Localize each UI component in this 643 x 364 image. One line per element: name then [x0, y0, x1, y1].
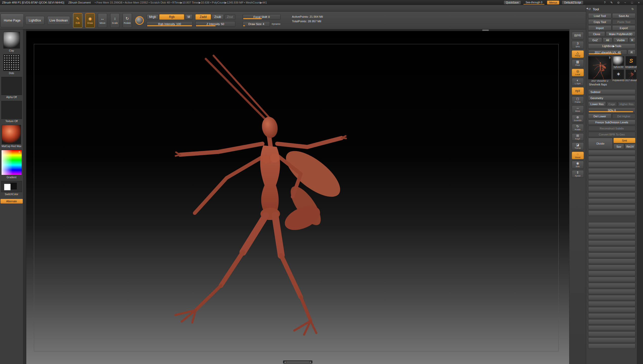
- canvas-bottom-scrollbar[interactable]: ◀ ▶: [283, 360, 312, 363]
- goz-visible-button[interactable]: Visible: [613, 37, 628, 43]
- subpalette-header[interactable]: [588, 228, 635, 234]
- right-shelf-button[interactable]: ↻ Rotate: [572, 124, 584, 132]
- mode-button[interactable]: ✎ Edit: [73, 13, 82, 28]
- right-shelf-button[interactable]: ◐ L.Sym: [572, 78, 584, 86]
- goz-button[interactable]: GoZ: [588, 37, 602, 43]
- subpalette-header[interactable]: [588, 295, 635, 300]
- divide-button[interactable]: Divide: [588, 138, 613, 149]
- see-through-slider[interactable]: See-through 0: [523, 1, 544, 5]
- load-tool-button[interactable]: Load Tool: [588, 13, 611, 18]
- subpalette-header[interactable]: [588, 174, 635, 179]
- texture-thumbnail[interactable]: [1, 101, 22, 119]
- menu-item[interactable]: [11, 8, 15, 9]
- subpalette-header[interactable]: [588, 150, 635, 155]
- home-page-button[interactable]: Home Page: [1, 14, 24, 27]
- mode-button[interactable]: ◉ Draw: [85, 13, 95, 28]
- switch-color-widget[interactable]: [1, 181, 22, 192]
- subpalette-header[interactable]: [588, 168, 635, 173]
- subpalette-header[interactable]: [588, 180, 635, 186]
- right-shelf-button[interactable]: ↔ Move: [572, 105, 584, 113]
- subpalette-header[interactable]: [588, 277, 635, 282]
- z-intensity-slider[interactable]: Z Intensity 50: [195, 21, 235, 27]
- palette-refresh-icon[interactable]: ↻: [631, 7, 635, 11]
- right-shelf-button[interactable]: ◪ Transp: [572, 142, 584, 150]
- subpalette-header[interactable]: [588, 234, 635, 240]
- active-tool-thumbnail[interactable]: 9: [588, 56, 611, 79]
- right-shelf-button[interactable]: ⊕ Zoom3D: [572, 115, 584, 123]
- subpalette-header[interactable]: [588, 337, 635, 343]
- m-button[interactable]: M: [185, 14, 193, 20]
- tool-thumbnail-polymesh3d[interactable]: ✶: [613, 70, 624, 79]
- subpalette-header[interactable]: [588, 265, 635, 270]
- import-button[interactable]: Import: [588, 25, 611, 31]
- right-shelf-button[interactable]: 3 SPix: [572, 41, 584, 49]
- menu-item[interactable]: [54, 8, 58, 9]
- make-polymesh3d-button[interactable]: Make PolyMesh3D: [606, 31, 635, 37]
- export-button[interactable]: Export: [612, 25, 635, 31]
- maximize-icon[interactable]: □: [630, 1, 634, 4]
- copy-tool-button[interactable]: Copy Tool: [588, 19, 611, 25]
- subpalette-header[interactable]: [588, 246, 635, 252]
- rgb-intensity-slider[interactable]: Rgb Intensity 100: [147, 21, 193, 27]
- subpalette-header[interactable]: [588, 271, 635, 276]
- right-shelf-button[interactable]: xyz: [572, 87, 584, 95]
- subpalette-header[interactable]: [588, 319, 635, 325]
- scroll-left-icon[interactable]: ◀: [284, 361, 286, 363]
- lower-res-button[interactable]: Lower Res: [588, 101, 606, 107]
- close-icon[interactable]: ×: [637, 1, 641, 4]
- geometry-section-header[interactable]: Geometry: [588, 95, 635, 101]
- pen-tablet-icon[interactable]: ✎: [609, 1, 614, 4]
- menu-item[interactable]: [107, 8, 111, 9]
- menu-item[interactable]: [20, 8, 25, 9]
- goz-all-button[interactable]: All: [603, 37, 612, 43]
- lightbox-tools-button[interactable]: Lightbox▶Tools: [588, 43, 635, 49]
- draw-size-slider[interactable]: Draw Size 4: [243, 21, 270, 27]
- default-zscript-button[interactable]: DefaultZScript: [562, 1, 583, 5]
- lightbox-button[interactable]: LightBox: [25, 16, 44, 25]
- dynamic-toggle[interactable]: Dynamic: [272, 23, 281, 25]
- subpalette-header[interactable]: [588, 344, 635, 349]
- right-shelf-button[interactable]: ◻ Frame: [572, 96, 584, 104]
- menu-item[interactable]: [63, 8, 68, 9]
- smt-toggle[interactable]: Smt: [613, 138, 635, 143]
- menu-item[interactable]: [25, 8, 30, 9]
- secondary-color-swatch[interactable]: [10, 183, 17, 189]
- del-lower-button[interactable]: Del Lower: [588, 113, 611, 119]
- left-tray-divider[interactable]: [23, 29, 26, 364]
- subpalette-header[interactable]: [588, 156, 635, 161]
- zcut-button[interactable]: Zcut: [224, 14, 235, 20]
- reuv-button[interactable]: ReUV: [625, 144, 635, 149]
- sdiv-slider[interactable]: SDiv 6: [588, 107, 635, 113]
- clone-button[interactable]: Clone: [588, 31, 605, 37]
- viewport-canvas[interactable]: ◀ ▶: [26, 29, 569, 364]
- subpalette-header[interactable]: [588, 192, 635, 198]
- right-shelf-button[interactable]: ◉ Solo: [572, 161, 584, 169]
- focal-shift-slider[interactable]: Focal Shift 0: [243, 14, 281, 20]
- subpalette-header[interactable]: [588, 198, 635, 204]
- right-shelf-button[interactable]: BPR: [572, 32, 584, 39]
- subpalette-header[interactable]: [588, 253, 635, 258]
- subpalette-header[interactable]: [588, 301, 635, 306]
- active-tool-slider[interactable]: 2017 shesehik UV. 48: [588, 50, 627, 55]
- menu-item[interactable]: [35, 8, 39, 9]
- current-brush-ring-icon[interactable]: [135, 16, 144, 25]
- stroke-thumbnail-dots[interactable]: [3, 54, 20, 71]
- subpalette-header[interactable]: [588, 186, 635, 192]
- menus-button[interactable]: Menus: [547, 1, 560, 5]
- menu-item[interactable]: [30, 8, 34, 9]
- tray-collapse-arrow-icon[interactable]: ◀: [586, 7, 588, 10]
- tool-thumbnail-sphere3d[interactable]: [613, 56, 624, 66]
- cage-button[interactable]: Cage: [607, 101, 617, 107]
- color-picker-gradient[interactable]: [1, 150, 22, 175]
- convert-bpr-button[interactable]: Convert BPR To Geo: [588, 132, 635, 137]
- right-shelf-button[interactable]: ▦ Floor: [572, 59, 584, 67]
- scrollbar-handle[interactable]: [482, 30, 489, 31]
- save-as-button[interactable]: Save As: [612, 13, 635, 18]
- subpalette-header[interactable]: [588, 289, 635, 294]
- live-boolean-button[interactable]: Live Boolean: [47, 16, 70, 25]
- rgb-button[interactable]: Rgb: [159, 14, 184, 20]
- primary-color-swatch[interactable]: [4, 184, 11, 190]
- subpalette-header[interactable]: [588, 313, 635, 318]
- menu-item[interactable]: [87, 8, 92, 9]
- help-icon[interactable]: ?: [603, 1, 607, 4]
